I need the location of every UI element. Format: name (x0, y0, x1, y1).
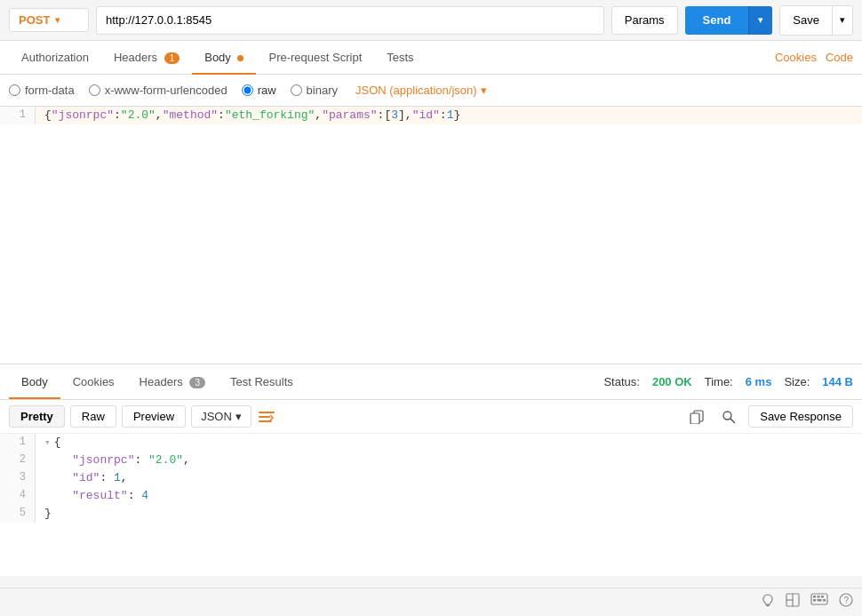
svg-text:?: ? (844, 596, 850, 605)
resp-tab-headers-label: Headers (140, 375, 183, 388)
raw-label: raw (258, 84, 276, 97)
status-value: 200 OK (652, 375, 692, 388)
tab-headers-label: Headers (114, 51, 157, 64)
resp-tab-cookies-label: Cookies (73, 375, 115, 388)
pretty-button[interactable]: Pretty (9, 405, 65, 428)
tab-tests[interactable]: Tests (374, 42, 426, 75)
resp-line-num-4: 4 (0, 487, 36, 505)
resp-line-content-3: "id": 1, (36, 469, 862, 487)
json-type-chevron-icon: ▾ (481, 84, 487, 97)
binary-label: binary (307, 84, 338, 97)
tab-prerequest[interactable]: Pre-request Script (256, 42, 374, 75)
resp-json-selector[interactable]: JSON ▾ (191, 405, 251, 428)
svg-rect-14 (821, 596, 824, 598)
body-dot-icon (237, 55, 243, 61)
resp-line-content-2: "jsonrpc": "2.0", (36, 452, 862, 469)
resp-line-content-5: } (36, 505, 862, 523)
params-button[interactable]: Params (611, 6, 678, 35)
headers-badge: 1 (164, 52, 180, 64)
save-response-button[interactable]: Save Response (748, 405, 853, 428)
svg-rect-13 (818, 596, 820, 598)
tab-body[interactable]: Body (192, 42, 256, 75)
resp-line-1: 1 ▾{ (0, 434, 862, 452)
svg-rect-12 (813, 596, 816, 598)
preview-button[interactable]: Preview (122, 405, 186, 428)
send-chevron-icon[interactable]: ▾ (748, 6, 772, 35)
request-editor[interactable]: 1 {"jsonrpc":"2.0","method":"eth_forking… (0, 107, 862, 364)
tab-headers[interactable]: Headers 1 (101, 42, 192, 75)
layout-icon[interactable] (786, 593, 800, 612)
bottom-icons: ? (761, 593, 853, 612)
resp-line-content-4: "result": 4 (36, 487, 862, 505)
resp-tab-headers[interactable]: Headers 3 (127, 366, 218, 399)
response-editor[interactable]: 1 ▾{ 2 "jsonrpc": "2.0", 3 "id": 1, 4 "r… (0, 434, 862, 576)
resp-tab-body[interactable]: Body (9, 366, 60, 399)
cookies-link[interactable]: Cookies (775, 42, 817, 73)
req-line-num-1: 1 (0, 107, 36, 124)
resp-line-3: 3 "id": 1, (0, 469, 862, 487)
raw-button[interactable]: Raw (70, 405, 116, 428)
status-label: Status: (603, 375, 639, 388)
response-toolbar: Pretty Raw Preview JSON ▾ Save Response (0, 400, 862, 434)
option-form-data[interactable]: form-data (9, 84, 75, 97)
resp-tab-test-results-label: Test Results (230, 375, 293, 388)
tab-authorization[interactable]: Authorization (9, 42, 101, 75)
send-group: Send ▾ (685, 6, 773, 35)
urlencoded-radio[interactable] (89, 84, 100, 96)
lightbulb-icon[interactable] (761, 593, 775, 612)
resp-tab-body-label: Body (21, 375, 48, 388)
raw-radio[interactable] (242, 84, 253, 96)
body-options: form-data x-www-form-urlencoded raw bina… (0, 75, 862, 107)
code-link[interactable]: Code (826, 42, 853, 73)
svg-rect-15 (813, 599, 816, 602)
resp-line-4: 4 "result": 4 (0, 487, 862, 505)
size-label: Size: (784, 375, 810, 388)
json-type-label: JSON (application/json) (355, 84, 477, 97)
tab-tests-label: Tests (387, 51, 413, 64)
option-urlencoded[interactable]: x-www-form-urlencoded (89, 84, 227, 97)
svg-rect-2 (259, 420, 272, 422)
resp-line-content-1: ▾{ (36, 434, 862, 452)
json-type-dropdown[interactable]: JSON (application/json) ▾ (355, 84, 487, 97)
save-chevron-icon[interactable]: ▾ (832, 6, 852, 35)
copy-button[interactable] (684, 404, 709, 429)
headers-resp-badge: 3 (189, 377, 205, 388)
method-label: POST (19, 13, 50, 27)
option-raw[interactable]: raw (242, 84, 276, 97)
resp-toolbar-right: Save Response (684, 404, 853, 429)
option-binary[interactable]: binary (291, 84, 338, 97)
urlencoded-label: x-www-form-urlencoded (105, 84, 227, 97)
tab-authorization-label: Authorization (21, 51, 89, 64)
resp-tab-cookies[interactable]: Cookies (60, 366, 127, 399)
svg-rect-4 (690, 413, 699, 424)
time-label: Time: (705, 375, 733, 388)
resp-line-num-2: 2 (0, 452, 36, 469)
keyboard-icon[interactable] (810, 593, 828, 612)
resp-tab-test-results[interactable]: Test Results (218, 366, 306, 399)
time-value: 6 ms (746, 375, 772, 388)
svg-rect-16 (818, 599, 822, 602)
tab-prerequest-label: Pre-request Script (268, 51, 362, 64)
svg-rect-0 (259, 412, 275, 413)
send-button[interactable]: Send (685, 6, 749, 35)
svg-rect-7 (766, 604, 770, 606)
save-button[interactable]: Save (780, 6, 832, 35)
resp-status-area: Status: 200 OK Time: 6 ms Size: 144 B (603, 375, 853, 388)
svg-rect-1 (259, 416, 270, 418)
search-button[interactable] (716, 404, 741, 429)
resp-json-label: JSON (201, 410, 232, 423)
help-icon[interactable]: ? (839, 593, 853, 612)
tab-body-label: Body (204, 51, 231, 64)
binary-radio[interactable] (291, 84, 302, 96)
method-chevron-icon: ▾ (55, 15, 60, 25)
bottom-bar: ? (0, 588, 862, 616)
save-group: Save ▾ (779, 5, 853, 36)
url-input[interactable] (96, 6, 604, 35)
method-select[interactable]: POST ▾ (9, 8, 89, 32)
size-value: 144 B (822, 375, 853, 388)
form-data-radio[interactable] (9, 84, 20, 96)
resp-line-num-1: 1 (0, 434, 36, 452)
request-tabs: Authorization Headers 1 Body Pre-request… (0, 41, 862, 75)
wrap-lines-icon[interactable] (257, 407, 276, 427)
svg-rect-17 (823, 599, 826, 602)
